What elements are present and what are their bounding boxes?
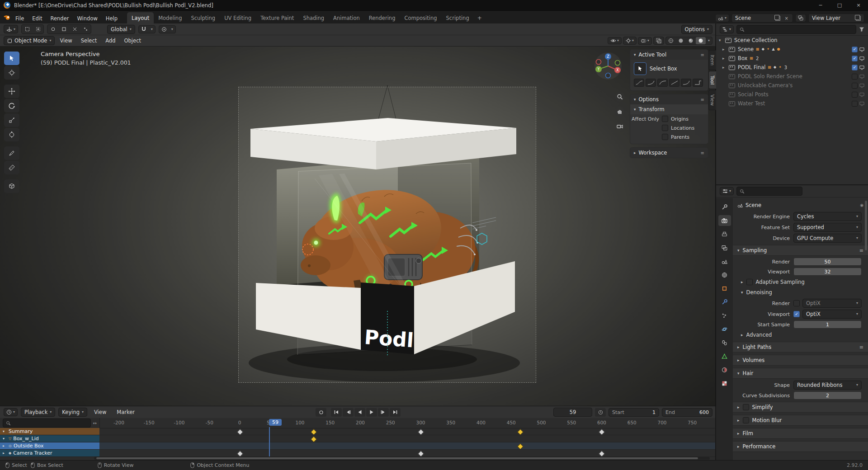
falloff-root-icon[interactable] [657, 79, 668, 87]
transform-orientation-dropdown[interactable]: Global ▾ [107, 25, 135, 34]
view-layer-name-field[interactable]: View Layer [808, 14, 864, 23]
sidebar-tab-view[interactable]: View [708, 90, 716, 110]
tab-particles[interactable] [718, 310, 731, 321]
channel-keyframe-track[interactable] [99, 442, 716, 450]
section-menu-icon[interactable]: ≡ [859, 344, 863, 350]
shading-material-button[interactable] [686, 37, 696, 44]
unlink-scene-icon[interactable]: × [784, 16, 789, 21]
workspace-tab-sculpting[interactable]: Sculpting [186, 12, 220, 24]
channel-expand-icon[interactable]: ▾ [3, 437, 7, 441]
channel-search-input[interactable] [3, 418, 91, 428]
exclude-checkbox[interactable]: ✓ [852, 65, 858, 70]
active-tool-row[interactable]: Select Box [630, 60, 708, 78]
channel-camera-tracker[interactable]: ▸◆Camera Tracker [0, 450, 99, 457]
sampling-render-slider[interactable]: 50 [793, 258, 862, 266]
close-button[interactable]: × [849, 0, 868, 10]
keyframe-diamond[interactable] [599, 429, 605, 435]
outliner-item-scene-collection[interactable]: ▾ Scene Collection [716, 36, 868, 45]
editor-type-properties-button[interactable]: ▾ [720, 187, 734, 195]
sampling-viewport-slider[interactable]: 32 [793, 268, 862, 276]
shading-options-dropdown[interactable]: ▾ [706, 38, 712, 43]
screen-icon[interactable] [859, 47, 864, 52]
tool-cursor[interactable] [4, 66, 19, 80]
section-hair[interactable]: ▾ Hair [733, 368, 868, 379]
adaptive-sampling-row[interactable]: ▸ Adaptive Sampling [733, 277, 868, 287]
playhead-line[interactable] [269, 427, 270, 456]
navigation-gizmo[interactable]: Z X Y [594, 52, 622, 80]
workspace-tab-rendering[interactable]: Rendering [364, 12, 400, 24]
workspace-tab-modeling[interactable]: Modeling [154, 12, 186, 24]
outliner-item-podl-solo-render-scene[interactable]: PODL Solo Render Scene [716, 72, 868, 81]
feature-set-dropdown[interactable]: Supported ▾ [793, 223, 862, 232]
hair-shape-dropdown[interactable]: Rounded Ribbons ▾ [793, 381, 862, 390]
prev-keyframe-button[interactable] [343, 408, 354, 417]
object-visibility-dropdown[interactable]: ▾ [608, 38, 621, 44]
screen-icon[interactable] [859, 56, 864, 61]
toggle-icon-c[interactable] [69, 25, 80, 33]
denoise-viewport-dropdown[interactable]: OptiX ▾ [802, 310, 862, 319]
outliner-item-box[interactable]: ▸Box▦2✓ [716, 54, 868, 63]
start-sample-field[interactable]: 1 [793, 320, 862, 329]
screen-icon[interactable] [859, 83, 864, 88]
section-light-paths[interactable]: ▸ Light Paths ≡ [733, 342, 868, 352]
maximize-button[interactable]: □ [830, 0, 849, 10]
keying-dropdown[interactable]: Keying▾ [58, 408, 87, 417]
outliner-search-input[interactable] [736, 25, 856, 34]
keyframe-diamond[interactable] [417, 429, 424, 435]
tab-material[interactable] [718, 364, 731, 375]
properties-scrollbar[interactable] [865, 201, 867, 250]
channel-summary[interactable]: ▾Summary [0, 428, 99, 435]
snap-toggle[interactable] [139, 26, 149, 33]
active-tool-panel-header[interactable]: ▾ Active Tool ≡ [630, 50, 708, 60]
expand-icon[interactable]: ▸ [722, 47, 727, 52]
start-frame-field[interactable]: Start 1 [609, 408, 659, 417]
channel-expand-icon[interactable]: ▸ [3, 444, 7, 448]
adaptive-sampling-checkbox[interactable] [746, 279, 753, 285]
auto-keying-toggle[interactable] [316, 408, 326, 417]
next-keyframe-button[interactable] [378, 408, 389, 417]
timeline-scrollbar[interactable] [94, 457, 710, 460]
workspace-tab-scripting[interactable]: Scripting [442, 12, 474, 24]
menu-view[interactable]: View [56, 36, 75, 45]
sidebar-tab-tool[interactable]: Tool [708, 71, 716, 89]
view-layer-icon-button[interactable] [795, 14, 806, 22]
tool-rotate[interactable] [4, 99, 19, 113]
panel-grip-icon[interactable]: ≡ [701, 97, 704, 102]
tab-tool[interactable] [718, 202, 731, 212]
zoom-icon[interactable] [615, 92, 625, 102]
channel-keyframe-track[interactable] [99, 450, 716, 457]
timeline-menu-marker[interactable]: Marker [113, 408, 138, 417]
curve-subdivisions-field[interactable]: 2 [793, 391, 862, 400]
timeline-menu-view[interactable]: View [90, 408, 110, 417]
menu-edit[interactable]: Edit [28, 13, 46, 24]
shading-solid-button[interactable] [676, 37, 686, 44]
xray-toggle[interactable] [654, 37, 664, 44]
section-menu-icon[interactable]: ≡ [859, 248, 863, 254]
workspace-tab-texture-paint[interactable]: Texture Paint [256, 12, 298, 24]
channel-keyframe-track[interactable] [99, 428, 716, 435]
falloff-linear-icon[interactable] [669, 79, 679, 87]
transform-subpanel-header[interactable]: ▾ Transform [630, 104, 708, 114]
outliner-item-water-test[interactable]: Water Test [716, 99, 868, 108]
toggle-icon-d[interactable] [80, 25, 91, 33]
section-volumes[interactable]: ▸ Volumes [733, 355, 868, 366]
exclude-checkbox[interactable] [852, 92, 858, 98]
tab-constraints[interactable] [718, 337, 731, 348]
snap-options-dropdown[interactable]: ▾ [149, 27, 155, 32]
jump-to-start-button[interactable] [331, 408, 342, 417]
keyframe-diamond[interactable] [237, 429, 243, 435]
section-film[interactable]: ▸ Film [733, 428, 868, 439]
add-workspace-button[interactable]: + [474, 12, 486, 24]
tool-move[interactable] [4, 85, 19, 98]
timeline-ruler[interactable]: -200-150-100-500501001502002503003504004… [100, 418, 716, 428]
play-button[interactable] [366, 408, 377, 417]
section-performance[interactable]: ▸ Performance [733, 441, 868, 452]
scene-browse-button[interactable]: ▾ [715, 14, 729, 22]
tab-scene[interactable] [718, 256, 731, 267]
editor-type-outliner-button[interactable]: ▾ [720, 25, 734, 33]
panel-grip-icon[interactable]: ≡ [701, 150, 704, 155]
toggle-icon-b[interactable] [58, 25, 69, 33]
channel-expand-icon[interactable]: ▾ [3, 429, 7, 433]
advanced-row[interactable]: ▸ Advanced [733, 330, 868, 339]
section-sampling[interactable]: ▾ Sampling ≡ [733, 245, 868, 256]
